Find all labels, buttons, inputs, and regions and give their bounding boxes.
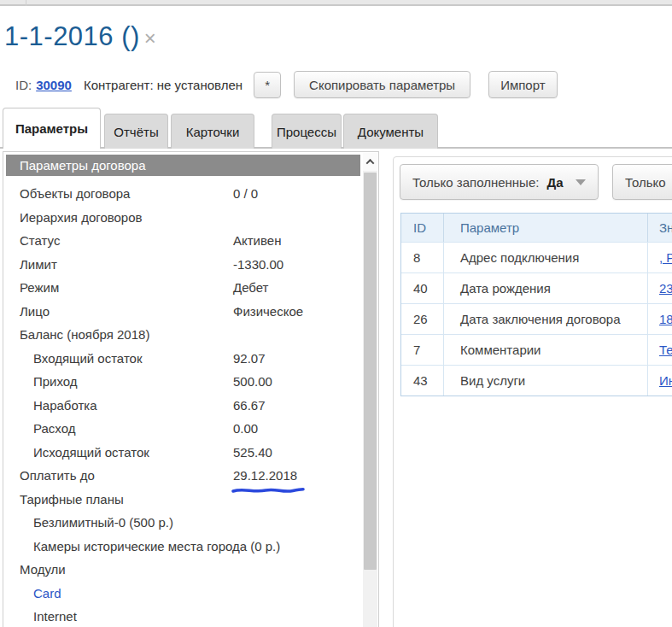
- title-row: 1-1-2016 () ×: [4, 21, 156, 53]
- close-icon[interactable]: ×: [144, 28, 156, 49]
- row-balance-section: Баланс (ноября 2018): [3, 323, 360, 347]
- parameter-list: Объекты договора 0 / 0 Иерархия договоро…: [3, 182, 360, 627]
- table-row: 43 Вид услуги Ин: [401, 365, 672, 396]
- param-value-link[interactable]: Ин: [659, 373, 672, 388]
- table-row: 40 Дата рождения 23: [401, 272, 672, 303]
- top-edge-divider: [26, 0, 26, 6]
- import-button[interactable]: Импорт: [488, 71, 557, 98]
- tab-processes[interactable]: Процессы: [272, 114, 342, 149]
- row-tariff-plans-section: Тарифные планы: [3, 488, 360, 512]
- row-module-internet: Internet: [3, 605, 360, 627]
- param-value-link[interactable]: 18: [659, 312, 672, 326]
- param-value-link[interactable]: , Р: [659, 250, 672, 265]
- row-limit: Лимит -1330.00: [3, 253, 360, 277]
- contract-header-row: ID: 30090 Контрагент: не установлен * Ск…: [15, 71, 558, 98]
- row-status: Статус Активен: [3, 229, 360, 253]
- table-row: 8 Адрес подключения , Р: [401, 242, 672, 272]
- row-contract-objects: Объекты договора 0 / 0: [3, 182, 360, 206]
- tab-parameters[interactable]: Параметры: [3, 108, 101, 149]
- pay-until-date: 29.12.2018: [233, 468, 297, 483]
- table-row: 26 Дата заключения договора 18: [401, 303, 672, 334]
- row-pay-until: Оплатить до 29.12.2018: [3, 464, 360, 488]
- row-expense: Расход 0.00: [3, 417, 360, 441]
- param-value-link[interactable]: 23: [659, 281, 672, 296]
- filter-label: Только заполненные:: [412, 175, 539, 190]
- filter-only-filled-dropdown[interactable]: Только заполненные: Да: [400, 164, 599, 200]
- col-header-param: Параметр: [444, 214, 648, 242]
- row-contract-hierarchy: Иерархия договоров: [3, 206, 360, 230]
- window-top-edge: [0, 0, 672, 6]
- row-mode: Режим Дебет: [3, 276, 360, 300]
- parameters-table: ID Параметр Зн 8 Адрес подключения , Р 4…: [400, 213, 672, 396]
- filter-value: Да: [547, 175, 564, 190]
- counterparty-label: Контрагент: не установлен: [84, 78, 243, 92]
- page-title: 1-1-2016 (): [4, 21, 140, 53]
- col-header-value: Зн: [648, 220, 672, 235]
- tab-documents[interactable]: Документы: [343, 114, 438, 149]
- row-tariff-unlimited: Безлимитный-0 (500 р.): [3, 511, 360, 535]
- status-value: Активен: [233, 233, 281, 248]
- row-tariff-cameras: Камеры исторические места города (0 р.): [3, 535, 360, 559]
- chevron-up-icon: [366, 159, 375, 167]
- contract-parameters-panel: Параметры договора Объекты договора 0 / …: [3, 151, 379, 627]
- row-incoming-balance: Входящий остаток 92.07: [3, 347, 360, 371]
- contract-id-link[interactable]: 30090: [36, 78, 72, 92]
- table-row: 7 Комментарии Те: [401, 334, 672, 365]
- panel-header: Параметры договора: [6, 155, 360, 176]
- left-panel-scrollbar[interactable]: [363, 153, 377, 627]
- parameters-table-panel: Только заполненные: Да Только ID Парамет…: [393, 156, 672, 627]
- copy-parameters-button[interactable]: Скопировать параметры: [294, 71, 470, 98]
- filter-bar: Только заполненные: Да Только: [400, 164, 672, 200]
- tab-bar: Параметры Отчёты Карточки Процессы Докум…: [3, 108, 438, 149]
- table-header-row: ID Параметр Зн: [401, 214, 672, 242]
- chevron-down-icon: [576, 179, 586, 185]
- param-value-link[interactable]: Те: [659, 343, 672, 357]
- row-module-card[interactable]: Card: [3, 582, 360, 606]
- scrollbar-thumb[interactable]: [364, 173, 377, 570]
- id-label: ID:: [15, 78, 32, 92]
- row-accrued: Наработка 66.67: [3, 394, 360, 418]
- scroll-up-button[interactable]: [363, 153, 377, 171]
- filter-second-button[interactable]: Только: [612, 164, 672, 200]
- row-outgoing-balance: Исходящий остаток 525.40: [3, 441, 360, 465]
- card-module-link[interactable]: Card: [3, 586, 61, 601]
- tab-cards[interactable]: Карточки: [171, 114, 254, 149]
- tab-reports[interactable]: Отчёты: [104, 114, 168, 149]
- asterisk-button[interactable]: *: [254, 72, 281, 98]
- col-header-id: ID: [401, 214, 444, 242]
- row-modules-section: Модули: [3, 558, 360, 582]
- row-person-type: Лицо Физическое: [3, 300, 360, 324]
- row-income: Приход 500.00: [3, 370, 360, 394]
